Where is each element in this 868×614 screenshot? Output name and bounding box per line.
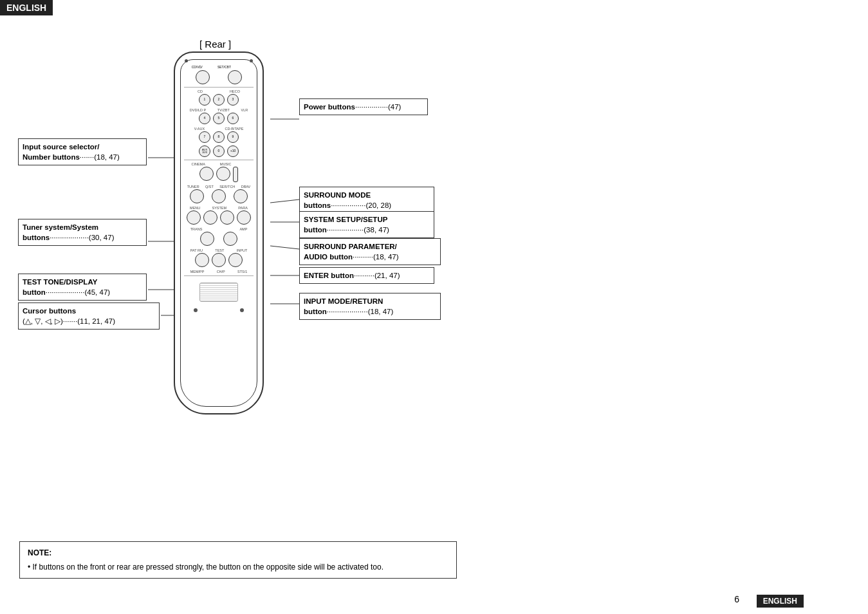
surround-mode-ref: ·················(20, 28) — [331, 201, 391, 209]
num-row-1: 1 2 3 — [184, 94, 254, 106]
input-source-title: Input source selector/ — [23, 143, 100, 151]
enter-btn — [200, 232, 214, 246]
return-btn — [212, 253, 226, 267]
menu-btn — [187, 210, 201, 225]
power-title: Power buttons — [304, 103, 355, 111]
input-source-ref: ·······(18, 47) — [80, 153, 120, 161]
annotation-power: Power buttons················(47) — [299, 98, 428, 115]
surround-btn-2 — [216, 167, 230, 181]
num-labels-3: V-AUXCD-B/TAPE — [184, 127, 254, 131]
btn-1: 1 — [199, 94, 210, 106]
btn-2: 2 — [213, 94, 225, 106]
enter-ref: ··········(21, 47) — [354, 272, 400, 279]
tuner-ref: ···················(30, 47) — [50, 234, 114, 241]
power-btn-2 — [228, 70, 242, 84]
annotation-input-source: Input source selector/ Number buttons···… — [18, 138, 147, 165]
svg-line-7 — [270, 246, 299, 249]
ctrl-labels-2: MENUSYSTEMPARA — [184, 206, 254, 210]
surround-btn-3 — [233, 167, 238, 182]
power-ref: ················(47) — [355, 103, 402, 111]
ctrl-labels-4: PAT RUTESTINPUT — [184, 248, 254, 252]
btn-4: 4 — [199, 113, 210, 124]
input-row — [184, 253, 254, 267]
ctrl-labels: TUNERQ/STSER/TCHDBAV — [184, 185, 254, 189]
param-btn-3 — [237, 210, 251, 225]
remote-diagram: CD/VD/ SET/CBT CDHECO 1 — [171, 51, 267, 414]
main-content: [ Rear ] CD/VD/ SET/C — [0, 13, 868, 573]
btn-aux: AUX10/0 — [199, 145, 210, 157]
divider-1 — [184, 87, 254, 88]
cursor-line2: (△, ▽, ◁, ▷) — [23, 317, 63, 325]
power-btn-1 — [196, 70, 210, 84]
btn-9: 9 — [227, 131, 239, 143]
surround-row — [184, 167, 254, 182]
top-labels: CD/VD/ SET/CBT — [184, 65, 254, 69]
annotation-system-setup: SYSTEM SETUP/SETUP button···············… — [299, 211, 434, 238]
remote-body: CD/VD/ SET/CBT CDHECO 1 — [174, 51, 264, 414]
mode-labels: CINEMAMUSIC — [184, 162, 254, 166]
input-mode-ref: ····················(18, 47) — [327, 308, 394, 315]
rear-label: [ Rear ] — [199, 39, 231, 50]
btn-8: 8 — [213, 131, 225, 143]
note-box: NOTE: • If buttons on the front or rear … — [19, 541, 457, 579]
param-btn-1 — [203, 210, 217, 225]
annotation-cursor: Cursor buttons (△, ▽, ◁, ▷)·······(11, 2… — [18, 302, 160, 330]
annotation-input-mode: INPUT MODE/RETURN button················… — [299, 293, 441, 320]
btn-3: 3 — [227, 94, 239, 106]
annotation-test-tone: TEST TONE/DISPLAY button················… — [18, 274, 147, 301]
test-tone-ref: ···················(45, 47) — [46, 288, 110, 296]
surround-param-line2: AUDIO button — [304, 253, 353, 261]
footer-english-label: ENGLISH — [757, 595, 804, 608]
annotation-surround-param: SURROUND PARAMETER/ AUDIO button········… — [299, 238, 441, 265]
num-labels-2: DVD/LD PTV/ZBTVLR — [184, 108, 254, 112]
speaker-grill — [199, 283, 238, 302]
system-setup-line1: SYSTEM SETUP/SETUP — [304, 216, 387, 223]
surround-mode-line1: SURROUND MODE — [304, 191, 371, 199]
divider-3 — [184, 275, 254, 276]
param-row — [184, 210, 254, 225]
system-btn — [190, 189, 204, 203]
tuner-line2: buttons — [23, 234, 50, 241]
power-btn-row — [184, 70, 254, 84]
setup-btn — [212, 189, 226, 203]
input-btn-3 — [228, 253, 243, 267]
bottom-dots — [184, 308, 254, 312]
remote-inner: CD/VD/ SET/CBT CDHECO 1 — [180, 59, 257, 407]
page-number: 6 — [734, 594, 739, 604]
divider-2 — [184, 160, 254, 160]
setup-btn-2 — [234, 189, 248, 203]
system-setup-ref: ··················(38, 47) — [327, 226, 389, 234]
svg-line-5 — [270, 200, 299, 203]
cursor-center-btn — [223, 232, 237, 246]
btn-plus10: +10 — [227, 145, 239, 157]
btn-6: 6 — [227, 113, 239, 124]
annotation-surround-mode: SURROUND MODE buttons·················(2… — [299, 187, 434, 214]
btn-0: 0 — [213, 145, 225, 157]
surround-mode-line2: buttons — [304, 201, 331, 209]
annotation-enter: ENTER button··········(21, 47) — [299, 267, 434, 284]
ctrl-labels-3: TRANSAMP — [184, 227, 254, 231]
ctrl-labels-5: MEM/PPCH/PSTS/1 — [184, 270, 254, 274]
num-row-3: 7 8 9 — [184, 131, 254, 143]
tuner-line1: Tuner system/System — [23, 223, 98, 231]
enter-row — [184, 232, 254, 246]
num-row-4: AUX10/0 0 +10 — [184, 145, 254, 157]
test-tone-line2: button — [23, 288, 46, 296]
note-title: NOTE: — [28, 547, 448, 559]
surround-param-line1: SURROUND PARAMETER/ — [304, 243, 397, 250]
input-source-line2: Number buttons — [23, 153, 80, 161]
test-tone-line1: TEST TONE/DISPLAY — [23, 278, 97, 286]
annotation-tuner: Tuner system/System buttons·············… — [18, 219, 147, 246]
system-row — [184, 189, 254, 203]
surround-btn-1 — [199, 167, 214, 181]
cursor-ref: ·······(11, 21, 47) — [63, 317, 115, 325]
bottom-dot-left — [194, 308, 198, 312]
btn-5: 5 — [213, 113, 225, 124]
input-mode-line2: button — [304, 308, 327, 315]
enter-line1: ENTER button — [304, 272, 354, 279]
input-mode-line1: INPUT MODE/RETURN — [304, 297, 383, 305]
system-setup-line2: button — [304, 226, 327, 234]
num-labels: CDHECO — [184, 89, 254, 93]
btn-7: 7 — [199, 131, 210, 143]
surround-param-ref: ··········(18, 47) — [353, 253, 399, 261]
